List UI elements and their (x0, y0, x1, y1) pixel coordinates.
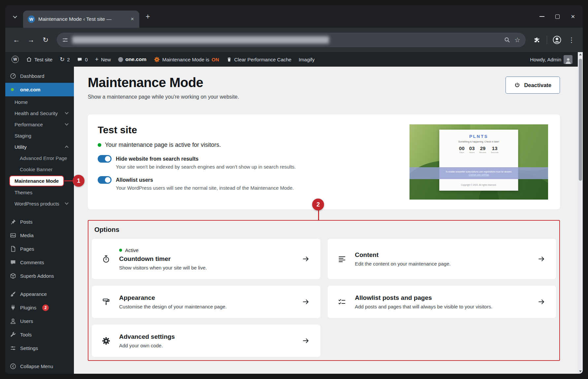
browser-tab[interactable]: W Maintenance Mode ‹ Test site — × (23, 11, 139, 28)
sidebar-item-performance[interactable]: Performance (5, 119, 74, 130)
option-card-advanced-settings[interactable]: Advanced settings Add your own code. (92, 325, 320, 357)
status-card: Test site Your maintenance page is activ… (88, 114, 560, 209)
extensions-button[interactable] (530, 33, 543, 47)
preview-notice-link: Change user settings (469, 174, 489, 176)
maintenance-mode-highlight[interactable]: Maintenance Mode 1 (9, 175, 64, 186)
scroll-down-arrow-icon[interactable] (579, 370, 582, 372)
sidebar-item-label: Media (20, 233, 34, 238)
sidebar-item-themes[interactable]: Themes (5, 187, 74, 198)
brush-icon (10, 291, 16, 298)
sidebar-item-label: Comments (20, 260, 44, 265)
sliders-icon (10, 345, 16, 352)
address-bar[interactable]: ☆ (57, 33, 526, 47)
tab-search-button[interactable] (9, 11, 20, 22)
annotation-line (318, 210, 319, 220)
option-card-content[interactable]: Content Edit the content on your mainten… (328, 239, 556, 279)
reload-button[interactable]: ↻ (39, 33, 52, 47)
new-label: New (101, 57, 111, 62)
option-title: Appearance (119, 294, 293, 301)
page-title: Maintenance Mode (88, 75, 239, 90)
admin-bar-updates[interactable]: ↻ 2 (56, 52, 73, 67)
page-subtitle: Show a maintenance page while you're wor… (88, 94, 239, 100)
countdown-value: 29 (479, 145, 486, 151)
sidebar-item-tools[interactable]: Tools (5, 328, 74, 341)
plus-icon: + (95, 56, 99, 63)
browser-menu-button[interactable]: ⋮ (565, 33, 578, 47)
media-icon (10, 232, 16, 239)
zoom-icon[interactable] (504, 37, 510, 43)
sidebar-item-utility[interactable]: Utility (5, 141, 74, 152)
admin-bar-site-name[interactable]: Test site (22, 52, 56, 67)
avatar-icon (552, 35, 562, 45)
site-info-icon[interactable] (62, 37, 68, 43)
toolbar-separator (547, 36, 547, 44)
scrollbar-thumb[interactable] (579, 59, 582, 181)
sidebar-item-maintenance-mode[interactable]: Maintenance Mode 1 (5, 175, 74, 187)
sidebar-item-staging[interactable]: Staging (5, 130, 74, 141)
allowlist-users-toggle[interactable] (98, 176, 112, 184)
sidebar-item-posts[interactable]: Posts (5, 215, 74, 229)
close-button[interactable]: × (565, 5, 581, 28)
deactivate-button[interactable]: Deactivate (506, 77, 560, 94)
sidebar-item-cookie-banner[interactable]: Cookie Banner (5, 164, 74, 175)
admin-bar-comments[interactable]: 0 (73, 52, 91, 67)
tab-close-icon[interactable]: × (129, 16, 136, 23)
preview-message: Something is happening. Check in later! (439, 141, 518, 143)
sidebar-item-advanced-error-page[interactable]: Advanced Error Page (5, 152, 74, 164)
bookmark-star-icon[interactable]: ☆ (514, 36, 520, 44)
chevron-down-icon (13, 14, 17, 18)
profile-button[interactable] (550, 33, 564, 47)
option-description: Add your own code. (119, 343, 293, 348)
sidebar-item-home[interactable]: Home (5, 96, 74, 108)
wp-admin-bar: W Test site ↻ 2 0 + New (5, 52, 578, 67)
sidebar-item-label: Cookie Banner (20, 167, 52, 172)
option-card-countdown-timer[interactable]: Active Countdown timer Show visitors whe… (92, 239, 320, 279)
forward-button[interactable]: → (24, 33, 38, 47)
sidebar-collapse-menu[interactable]: Collapse Menu (5, 360, 74, 373)
maximize-button[interactable] (550, 5, 565, 28)
admin-bar-new[interactable]: + New (91, 52, 114, 67)
sidebar-item-plugins[interactable]: Plugins 2 (5, 301, 74, 314)
minimize-button[interactable] (534, 5, 550, 28)
option-card-allowlist[interactable]: Allowlist posts and pages Add posts and … (328, 286, 556, 318)
sidebar-item-comments[interactable]: Comments (5, 256, 74, 269)
option-card-appearance[interactable]: Appearance Customise the design of your … (92, 286, 320, 318)
option-title: Countdown timer (119, 255, 293, 263)
sidebar-item-users[interactable]: Users (5, 314, 74, 328)
browser-titlebar: W Maintenance Mode ‹ Test site — × + × (5, 5, 583, 28)
active-status-dot-icon (119, 249, 122, 252)
hide-from-search-toggle[interactable] (98, 155, 112, 163)
sidebar-item-label: Health and Security (15, 111, 58, 116)
wp-logo-menu[interactable]: W (8, 52, 22, 67)
admin-bar-maintenance-mode[interactable]: Maintenance Mode is ON (150, 52, 223, 67)
close-icon: × (571, 13, 575, 20)
sidebar-item-media[interactable]: Media (5, 229, 74, 242)
page-scrollbar[interactable] (578, 52, 583, 374)
sidebar-item-appearance[interactable]: Appearance (5, 287, 74, 301)
tab-title: Maintenance Mode ‹ Test site — (38, 16, 129, 22)
paint-roller-icon (102, 298, 111, 306)
countdown-label: Minutes (479, 151, 486, 153)
sidebar-item-settings[interactable]: Settings (5, 341, 74, 355)
admin-bar-onecom[interactable]: one.com (114, 52, 150, 67)
deactivate-label: Deactivate (524, 82, 551, 88)
sidebar-item-superb-addons[interactable]: Superb Addons (5, 269, 74, 283)
sidebar-item-label: Dashboard (20, 73, 44, 79)
back-button[interactable]: ← (10, 33, 23, 47)
sidebar-item-wordpress-products[interactable]: WordPress products (5, 198, 74, 209)
gear-icon (102, 336, 111, 345)
back-icon: ← (13, 36, 20, 44)
sidebar-item-dashboard[interactable]: Dashboard (5, 69, 74, 83)
new-tab-button[interactable]: + (143, 11, 153, 22)
admin-bar-imagify[interactable]: Imagify (295, 52, 318, 67)
scroll-up-arrow-icon[interactable] (579, 53, 582, 55)
comment-icon (10, 259, 16, 266)
sidebar-item-health-and-security[interactable]: Health and Security (5, 108, 74, 119)
sidebar-item-pages[interactable]: Pages (5, 242, 74, 256)
sidebar-item-onecom[interactable]: one.com (5, 83, 74, 96)
admin-bar-clear-cache[interactable]: Clear Performance Cache (223, 52, 295, 67)
admin-bar-account[interactable]: Howdy, Admin (526, 52, 572, 67)
maintenance-mode-state: ON (212, 57, 219, 62)
trash-icon (226, 57, 232, 62)
kebab-icon: ⋮ (568, 36, 575, 44)
